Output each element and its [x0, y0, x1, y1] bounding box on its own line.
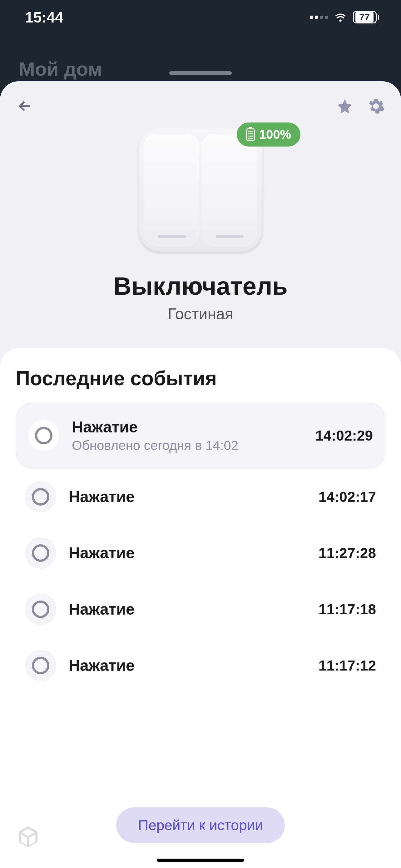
- event-item[interactable]: Нажатие 11:17:12: [15, 638, 386, 694]
- back-button[interactable]: [15, 97, 34, 116]
- battery-icon: [246, 128, 255, 141]
- event-icon-wrap: [25, 537, 56, 569]
- sheet-drag-handle[interactable]: [169, 71, 232, 75]
- event-label: Нажатие: [72, 418, 303, 436]
- event-label: Нажатие: [69, 488, 306, 506]
- battery-percent: 77: [356, 12, 374, 23]
- events-title: Последние события: [15, 367, 386, 390]
- device-image: 100%: [138, 128, 263, 253]
- event-item[interactable]: Нажатие 11:17:18: [15, 581, 386, 638]
- event-item[interactable]: Нажатие 14:02:17: [15, 469, 386, 525]
- press-icon: [32, 657, 49, 674]
- switch-illustration: [138, 128, 263, 253]
- cube-icon[interactable]: [15, 824, 41, 849]
- star-icon: [336, 97, 354, 115]
- event-sublabel: Обновлено сегодня в 14:02: [72, 438, 303, 453]
- press-icon: [32, 488, 49, 505]
- event-time: 11:17:18: [319, 601, 376, 618]
- wifi-icon: [334, 10, 347, 24]
- event-item[interactable]: Нажатие 11:27:28: [15, 525, 386, 581]
- go-to-history-button[interactable]: Перейти к истории: [116, 807, 285, 843]
- favorite-button[interactable]: [335, 97, 354, 116]
- event-time: 11:27:28: [319, 545, 376, 561]
- device-name: Выключатель: [113, 272, 288, 301]
- status-icons: 77: [310, 10, 379, 24]
- battery-indicator: 77: [353, 11, 379, 24]
- home-indicator[interactable]: [157, 859, 244, 862]
- events-panel: Последние события Нажатие Обновлено сего…: [0, 348, 401, 868]
- arrow-left-icon: [16, 97, 34, 115]
- sheet-header: [0, 81, 401, 122]
- device-battery-percent: 100%: [259, 127, 291, 142]
- event-icon-wrap: [25, 650, 56, 681]
- event-time: 14:02:17: [319, 488, 376, 505]
- press-icon: [35, 427, 53, 444]
- background-home-title: Мой дом: [19, 58, 102, 80]
- press-icon: [32, 544, 49, 562]
- status-bar: 15:44 77: [0, 0, 401, 34]
- press-icon: [32, 600, 49, 618]
- device-hero: 100% Выключатель Гостиная: [0, 122, 401, 348]
- settings-button[interactable]: [367, 97, 386, 116]
- cellular-signal-icon: [310, 16, 328, 19]
- event-icon-wrap: [28, 420, 59, 451]
- event-label: Нажатие: [69, 600, 306, 618]
- event-icon-wrap: [25, 481, 56, 513]
- event-icon-wrap: [25, 594, 56, 625]
- event-label: Нажатие: [69, 544, 306, 562]
- device-battery-badge: 100%: [237, 122, 300, 147]
- status-time: 15:44: [25, 9, 63, 26]
- event-time: 11:17:12: [319, 657, 376, 674]
- event-item[interactable]: Нажатие Обновлено сегодня в 14:02 14:02:…: [15, 402, 386, 469]
- gear-icon: [367, 97, 385, 115]
- device-sheet: 100% Выключатель Гостиная Последние собы…: [0, 81, 401, 868]
- event-label: Нажатие: [69, 656, 306, 675]
- event-time: 14:02:29: [315, 427, 373, 444]
- device-room: Гостиная: [168, 305, 233, 323]
